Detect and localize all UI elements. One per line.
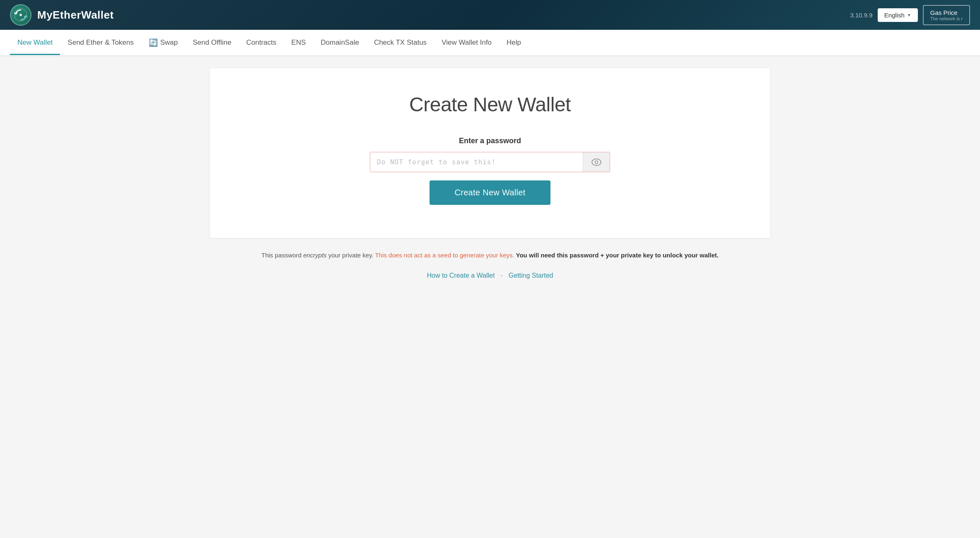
navigation: New Wallet Send Ether & Tokens 🔄 Swap Se…: [0, 30, 980, 56]
password-input-row: [227, 152, 753, 172]
password-input[interactable]: [370, 152, 583, 172]
header-left: MyEtherWallet: [10, 4, 114, 26]
nav-item-new-wallet[interactable]: New Wallet: [10, 30, 60, 55]
main-content: Create New Wallet Enter a password Creat…: [200, 56, 780, 308]
svg-point-3: [595, 161, 598, 163]
getting-started-link[interactable]: Getting Started: [509, 272, 553, 279]
info-section: This password encrypts your private key.…: [210, 238, 770, 296]
nav-item-send-offline[interactable]: Send Offline: [185, 30, 239, 55]
create-wallet-button[interactable]: Create New Wallet: [430, 180, 550, 205]
header-right: 3.10.9.9 English Gas Price The network i…: [850, 5, 970, 25]
eye-icon: [591, 159, 601, 166]
links-row: How to Create a Wallet · Getting Started: [227, 272, 753, 279]
nav-item-domain-sale[interactable]: DomainSale: [313, 30, 367, 55]
version-text: 3.10.9.9: [850, 12, 872, 19]
header: MyEtherWallet 3.10.9.9 English Gas Price…: [0, 0, 980, 30]
nav-item-view-wallet[interactable]: View Wallet Info: [434, 30, 499, 55]
nav-item-contracts[interactable]: Contracts: [239, 30, 284, 55]
network-status-text: The network is r: [930, 16, 963, 21]
swap-icon: 🔄: [149, 38, 158, 47]
nav-item-check-tx[interactable]: Check TX Status: [367, 30, 434, 55]
page-title: Create New Wallet: [227, 93, 753, 116]
logo-icon: [10, 4, 31, 26]
gas-price-button[interactable]: Gas Price The network is r: [923, 5, 970, 25]
nav-item-ens[interactable]: ENS: [284, 30, 313, 55]
nav-item-send-ether[interactable]: Send Ether & Tokens: [60, 30, 141, 55]
link-separator: ·: [501, 272, 502, 279]
language-button[interactable]: English: [878, 8, 918, 22]
toggle-password-button[interactable]: [583, 152, 610, 172]
how-to-create-link[interactable]: How to Create a Wallet: [427, 272, 495, 279]
gas-price-label: Gas Price: [930, 9, 958, 16]
create-wallet-card: Create New Wallet Enter a password Creat…: [210, 68, 770, 238]
svg-point-1: [19, 14, 22, 16]
password-input-wrapper: [370, 152, 610, 172]
app-title: MyEtherWallet: [37, 9, 114, 22]
svg-point-2: [592, 159, 601, 166]
nav-item-swap[interactable]: 🔄 Swap: [141, 30, 186, 55]
nav-item-help[interactable]: Help: [499, 30, 529, 55]
password-label: Enter a password: [227, 137, 753, 145]
info-text: This password encrypts your private key.…: [227, 250, 753, 260]
